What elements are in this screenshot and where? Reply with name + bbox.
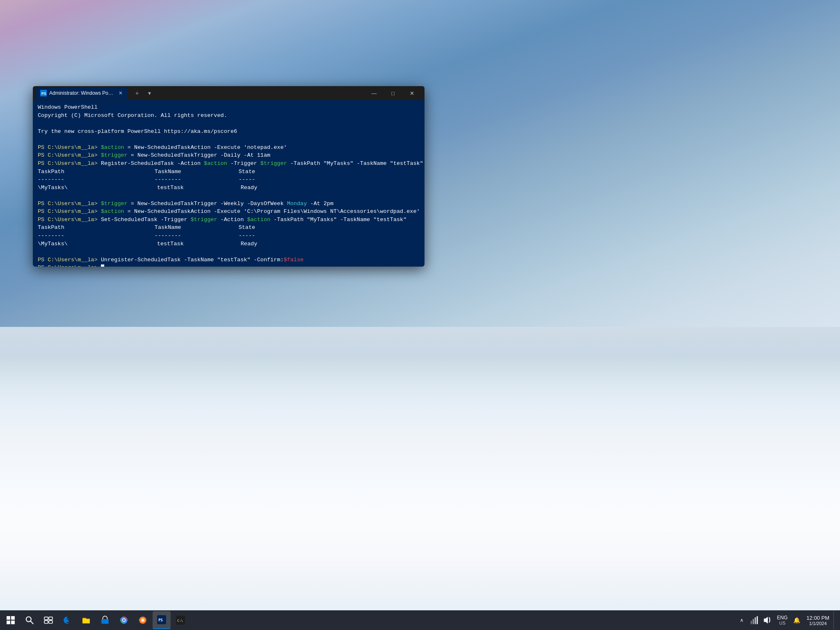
svg-rect-2: [7, 616, 10, 620]
language-indicator[interactable]: ENG US: [775, 615, 789, 625]
line-2: Copyright (C) Microsoft Corporation. All…: [38, 112, 420, 120]
terminal-titlebar: PS Administrator: Windows PowerSh... ✕ +…: [33, 86, 425, 100]
svg-rect-5: [11, 621, 15, 624]
svg-rect-25: [755, 617, 756, 624]
cmd-line-2: PS C:\Users\m__la> $trigger = New-Schedu…: [38, 151, 420, 160]
cmd-line-1: PS C:\Users\m__la> $action = New-Schedul…: [38, 144, 420, 152]
svg-rect-3: [11, 616, 15, 620]
network-icon[interactable]: [749, 613, 760, 628]
svg-rect-12: [101, 619, 109, 624]
clock-time: 12:00 PM: [806, 615, 829, 621]
desktop: PS Administrator: Windows PowerSh... ✕ +…: [0, 0, 840, 630]
cmd-button[interactable]: C:\: [171, 611, 189, 629]
firefox-button[interactable]: [134, 611, 152, 629]
systray-icons: ∧: [736, 613, 802, 628]
taskbar-right: ∧: [733, 610, 840, 630]
minimize-button[interactable]: —: [365, 86, 383, 100]
svg-point-15: [123, 619, 125, 621]
tab-extras: + ▾: [131, 87, 155, 99]
line-5: [38, 135, 420, 144]
task-view-button[interactable]: [39, 611, 57, 629]
cmd-line-7: PS C:\Users\m__la> Unregister-ScheduledT…: [38, 256, 420, 264]
terminal-tab-close-button[interactable]: ✕: [117, 90, 124, 96]
svg-rect-8: [44, 617, 48, 620]
powershell-tab-icon: PS: [40, 90, 47, 96]
svg-rect-4: [7, 621, 10, 624]
new-tab-button[interactable]: +: [131, 87, 143, 99]
cmd-line-4: PS C:\Users\m__la> $trigger = New-Schedu…: [38, 200, 420, 208]
svg-text:PS: PS: [41, 91, 46, 96]
systray-overflow-button[interactable]: ∧: [736, 613, 747, 628]
desktop-background-hills: [0, 232, 840, 610]
tab-dropdown-button[interactable]: ▾: [144, 87, 155, 99]
close-button[interactable]: ✕: [402, 86, 421, 100]
edge-button[interactable]: [58, 611, 76, 629]
table2-row1: \MyTasks\testTaskReady: [38, 240, 420, 248]
table2-sep: ---------------------: [38, 232, 420, 240]
window-controls: — □ ✕: [365, 86, 421, 100]
chrome-button[interactable]: [115, 611, 133, 629]
table1-row1: \MyTasks\testTaskReady: [38, 184, 420, 192]
start-button[interactable]: [2, 611, 20, 629]
table2-header: TaskPathTaskNameState: [38, 224, 420, 232]
line-4: Try the new cross-platform PowerShell ht…: [38, 128, 420, 136]
volume-icon[interactable]: [762, 613, 774, 628]
cmd-line-5: PS C:\Users\m__la> $action = New-Schedul…: [38, 208, 420, 216]
system-clock[interactable]: 12:00 PM 1/1/2024: [803, 615, 833, 626]
clock-date: 1/1/2024: [809, 621, 827, 626]
cmd-prompt-final: PS C:\Users\m__la> █: [38, 264, 420, 267]
svg-point-18: [142, 619, 144, 621]
taskbar-left: PS C:\: [0, 611, 191, 629]
svg-text:PS: PS: [158, 618, 163, 622]
svg-rect-9: [49, 617, 52, 620]
line-3: [38, 119, 420, 128]
maximize-button[interactable]: □: [383, 86, 402, 100]
svg-rect-26: [757, 616, 758, 624]
svg-line-7: [31, 621, 33, 624]
svg-rect-11: [49, 621, 52, 623]
blank-2: [38, 248, 420, 256]
table1-header: TaskPathTaskNameState: [38, 168, 420, 176]
terminal-tab-label: Administrator: Windows PowerSh...: [49, 90, 115, 96]
taskbar: PS C:\ ∧: [0, 610, 840, 630]
file-explorer-button[interactable]: [77, 611, 95, 629]
show-desktop-button[interactable]: [833, 610, 837, 630]
powershell-taskbar-button[interactable]: PS: [153, 611, 171, 629]
table1-sep: ---------------------: [38, 176, 420, 184]
language-text: ENG: [777, 615, 788, 621]
cmd-line-6: PS C:\Users\m__la> Set-ScheduledTask -Tr…: [38, 216, 420, 224]
search-button[interactable]: [21, 611, 39, 629]
line-1: Windows PowerShell: [38, 103, 420, 112]
store-button[interactable]: [96, 611, 114, 629]
cmd-line-3: PS C:\Users\m__la> Register-ScheduledTas…: [38, 160, 420, 168]
terminal-content[interactable]: Windows PowerShell Copyright (C) Microso…: [33, 100, 425, 267]
terminal-window: PS Administrator: Windows PowerSh... ✕ +…: [33, 86, 425, 267]
svg-rect-10: [44, 621, 48, 623]
svg-rect-23: [751, 621, 752, 624]
notifications-icon[interactable]: 🔔: [791, 613, 802, 628]
terminal-tab[interactable]: PS Administrator: Windows PowerSh... ✕: [36, 87, 128, 99]
svg-rect-24: [753, 619, 754, 624]
language-region: US: [779, 621, 785, 625]
svg-text:C:\: C:\: [177, 619, 183, 623]
blank-1: [38, 192, 420, 200]
